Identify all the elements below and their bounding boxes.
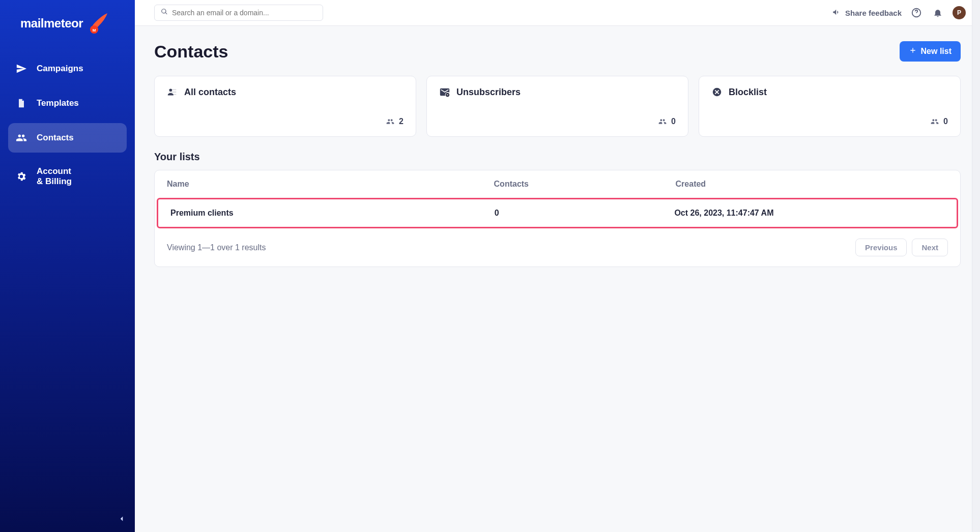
- card-count: 0: [671, 117, 676, 126]
- card-all-contacts[interactable]: All contacts 2: [154, 76, 416, 137]
- sidebar-collapse-button[interactable]: [114, 512, 129, 526]
- sidebar-item-campaigns[interactable]: Campaigns: [8, 54, 127, 83]
- sidebar-item-label-line2: & Billing: [37, 176, 72, 186]
- svg-point-3: [169, 89, 172, 92]
- sidebar: mailmeteor M Campaigns Templates Contact…: [0, 0, 135, 532]
- sidebar-nav: Campaigns Templates Contacts Account & B…: [0, 50, 135, 196]
- new-list-label: New list: [921, 47, 952, 56]
- send-icon: [15, 63, 27, 75]
- contacts-list-icon: [167, 86, 178, 98]
- megaphone-icon: [832, 8, 841, 18]
- brand-logo[interactable]: mailmeteor M: [0, 0, 135, 50]
- search-icon: [161, 8, 168, 17]
- row-contacts: 0: [495, 209, 675, 218]
- card-title: Blocklist: [729, 87, 767, 98]
- col-header-contacts: Contacts: [494, 180, 676, 189]
- next-button[interactable]: Next: [912, 239, 948, 256]
- page-head: Contacts New list: [154, 41, 961, 62]
- block-icon: [711, 86, 723, 98]
- unsubscribe-icon: [439, 86, 450, 98]
- previous-button[interactable]: Previous: [855, 239, 907, 256]
- card-unsubscribers[interactable]: Unsubscribers 0: [426, 76, 688, 137]
- pagination: Previous Next: [855, 239, 948, 256]
- content: Contacts New list All contacts: [135, 26, 980, 282]
- plus-icon: [909, 46, 917, 56]
- sidebar-item-contacts[interactable]: Contacts: [8, 123, 127, 153]
- col-header-name: Name: [167, 180, 494, 189]
- svg-rect-5: [447, 95, 449, 95]
- people-small-icon: [930, 117, 939, 126]
- people-small-icon: [386, 117, 395, 126]
- file-icon: [15, 97, 27, 109]
- sidebar-item-label: Templates: [37, 98, 79, 108]
- card-blocklist[interactable]: Blocklist 0: [699, 76, 961, 137]
- row-created: Oct 26, 2023, 11:47:47 AM: [674, 209, 944, 218]
- page-title: Contacts: [154, 42, 228, 62]
- scrollbar[interactable]: [972, 0, 980, 532]
- results-summary: Viewing 1—1 over 1 results: [167, 243, 266, 252]
- search-input[interactable]: [172, 9, 316, 17]
- people-icon: [15, 132, 27, 144]
- brand-text: mailmeteor: [20, 16, 83, 31]
- table-header: Name Contacts Created: [155, 170, 960, 198]
- topbar: Share feedback P: [135, 0, 980, 26]
- card-title: Unsubscribers: [456, 87, 521, 98]
- row-name: Premium clients: [170, 209, 495, 218]
- sidebar-item-templates[interactable]: Templates: [8, 88, 127, 118]
- card-title: All contacts: [184, 87, 236, 98]
- sidebar-item-label-line1: Account: [37, 166, 71, 176]
- new-list-button[interactable]: New list: [900, 41, 961, 62]
- notifications-button[interactable]: [931, 6, 944, 19]
- share-feedback-button[interactable]: Share feedback: [832, 8, 902, 18]
- col-header-created: Created: [676, 180, 948, 189]
- lists-table: Name Contacts Created Premium clients 0 …: [154, 170, 961, 267]
- table-row[interactable]: Premium clients 0 Oct 26, 2023, 11:47:47…: [157, 198, 958, 228]
- sidebar-item-label: Account & Billing: [37, 166, 72, 187]
- brand-meteor-icon: M: [87, 11, 111, 36]
- sidebar-item-label: Campaigns: [37, 64, 83, 74]
- avatar-initial: P: [957, 9, 961, 16]
- your-lists-heading: Your lists: [154, 151, 961, 163]
- sidebar-item-account-billing[interactable]: Account & Billing: [8, 158, 127, 196]
- user-avatar[interactable]: P: [953, 6, 966, 19]
- share-feedback-label: Share feedback: [845, 9, 902, 17]
- people-small-icon: [658, 117, 667, 126]
- card-count: 0: [943, 117, 948, 126]
- table-footer: Viewing 1—1 over 1 results Previous Next: [155, 228, 960, 267]
- main: Share feedback P Contacts New list: [135, 0, 980, 532]
- sidebar-item-label: Contacts: [37, 133, 74, 143]
- summary-cards: All contacts 2 Unsubscribers: [154, 76, 961, 137]
- svg-text:M: M: [93, 28, 96, 33]
- search-field-wrap[interactable]: [154, 5, 323, 21]
- gear-icon: [15, 170, 27, 183]
- card-count: 2: [399, 117, 403, 126]
- help-button[interactable]: [910, 6, 923, 19]
